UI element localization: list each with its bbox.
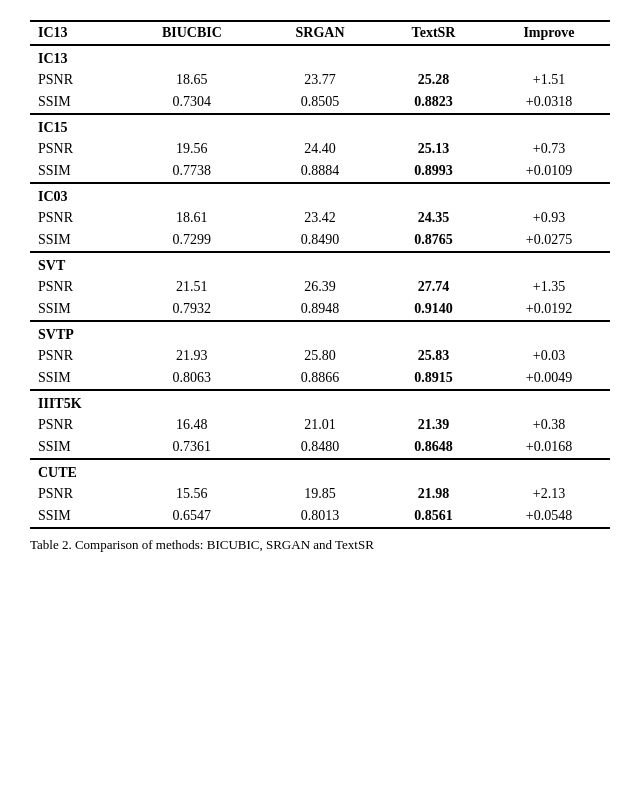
metric-label: PSNR	[30, 207, 123, 229]
improve-value: +0.03	[488, 345, 610, 367]
section-name-iiit5k: IIIT5K	[30, 390, 610, 414]
section-name-ic15: IC15	[30, 114, 610, 138]
biucbic-value: 0.6547	[123, 505, 261, 528]
section-name-svtp: SVTP	[30, 321, 610, 345]
improve-value: +0.73	[488, 138, 610, 160]
biucbic-value: 0.8063	[123, 367, 261, 390]
table-row: SSIM0.77380.88840.8993+0.0109	[30, 160, 610, 183]
section-name-svt: SVT	[30, 252, 610, 276]
textsr-value: 0.8823	[379, 91, 488, 114]
table-row: PSNR21.9325.8025.83+0.03	[30, 345, 610, 367]
improve-value: +0.93	[488, 207, 610, 229]
textsr-value: 0.8648	[379, 436, 488, 459]
textsr-value: 25.13	[379, 138, 488, 160]
improve-value: +2.13	[488, 483, 610, 505]
section-name-ic03: IC03	[30, 183, 610, 207]
textsr-value: 25.83	[379, 345, 488, 367]
table-row: SSIM0.73610.84800.8648+0.0168	[30, 436, 610, 459]
table-header-row: IC13 BIUCBIC SRGAN TextSR Improve	[30, 21, 610, 45]
header-improve: Improve	[488, 21, 610, 45]
biucbic-value: 0.7738	[123, 160, 261, 183]
table-row: SSIM0.80630.88660.8915+0.0049	[30, 367, 610, 390]
improve-value: +1.51	[488, 69, 610, 91]
section-header-iiit5k: IIIT5K	[30, 390, 610, 414]
table-row: PSNR15.5619.8521.98+2.13	[30, 483, 610, 505]
comparison-table: IC13 BIUCBIC SRGAN TextSR Improve IC13PS…	[30, 20, 610, 529]
table-row: PSNR21.5126.3927.74+1.35	[30, 276, 610, 298]
section-name-ic13: IC13	[30, 45, 610, 69]
metric-label: SSIM	[30, 436, 123, 459]
section-header-svt: SVT	[30, 252, 610, 276]
improve-value: +0.38	[488, 414, 610, 436]
biucbic-value: 0.7932	[123, 298, 261, 321]
biucbic-value: 19.56	[123, 138, 261, 160]
metric-label: SSIM	[30, 160, 123, 183]
table-caption: Table 2. Comparison of methods: BICUBIC,…	[30, 537, 610, 553]
header-srgan: SRGAN	[261, 21, 379, 45]
srgan-value: 0.8505	[261, 91, 379, 114]
biucbic-value: 18.61	[123, 207, 261, 229]
metric-label: PSNR	[30, 414, 123, 436]
improve-value: +0.0192	[488, 298, 610, 321]
metric-label: PSNR	[30, 345, 123, 367]
textsr-value: 21.39	[379, 414, 488, 436]
srgan-value: 19.85	[261, 483, 379, 505]
textsr-value: 0.8993	[379, 160, 488, 183]
section-header-ic03: IC03	[30, 183, 610, 207]
metric-label: SSIM	[30, 229, 123, 252]
metric-label: PSNR	[30, 483, 123, 505]
table-row: SSIM0.65470.80130.8561+0.0548	[30, 505, 610, 528]
header-textsr: TextSR	[379, 21, 488, 45]
improve-value: +0.0548	[488, 505, 610, 528]
biucbic-value: 21.51	[123, 276, 261, 298]
biucbic-value: 0.7304	[123, 91, 261, 114]
metric-label: SSIM	[30, 367, 123, 390]
table-row: PSNR18.6523.7725.28+1.51	[30, 69, 610, 91]
srgan-value: 0.8480	[261, 436, 379, 459]
textsr-value: 24.35	[379, 207, 488, 229]
table-row: PSNR16.4821.0121.39+0.38	[30, 414, 610, 436]
biucbic-value: 16.48	[123, 414, 261, 436]
section-header-cute: CUTE	[30, 459, 610, 483]
srgan-value: 0.8884	[261, 160, 379, 183]
improve-value: +1.35	[488, 276, 610, 298]
srgan-value: 23.42	[261, 207, 379, 229]
textsr-value: 0.8915	[379, 367, 488, 390]
section-name-cute: CUTE	[30, 459, 610, 483]
srgan-value: 0.8490	[261, 229, 379, 252]
table-row: PSNR19.5624.4025.13+0.73	[30, 138, 610, 160]
biucbic-value: 15.56	[123, 483, 261, 505]
improve-value: +0.0049	[488, 367, 610, 390]
metric-label: PSNR	[30, 69, 123, 91]
textsr-value: 0.8765	[379, 229, 488, 252]
main-container: IC13 BIUCBIC SRGAN TextSR Improve IC13PS…	[30, 20, 610, 553]
improve-value: +0.0318	[488, 91, 610, 114]
srgan-value: 0.8866	[261, 367, 379, 390]
biucbic-value: 0.7299	[123, 229, 261, 252]
srgan-value: 0.8948	[261, 298, 379, 321]
metric-label: SSIM	[30, 505, 123, 528]
improve-value: +0.0168	[488, 436, 610, 459]
srgan-value: 25.80	[261, 345, 379, 367]
textsr-value: 0.8561	[379, 505, 488, 528]
section-header-svtp: SVTP	[30, 321, 610, 345]
metric-label: SSIM	[30, 298, 123, 321]
section-header-ic13: IC13	[30, 45, 610, 69]
improve-value: +0.0275	[488, 229, 610, 252]
textsr-value: 27.74	[379, 276, 488, 298]
metric-label: PSNR	[30, 138, 123, 160]
textsr-value: 0.9140	[379, 298, 488, 321]
biucbic-value: 18.65	[123, 69, 261, 91]
table-row: SSIM0.79320.89480.9140+0.0192	[30, 298, 610, 321]
srgan-value: 23.77	[261, 69, 379, 91]
section-header-ic15: IC15	[30, 114, 610, 138]
biucbic-value: 21.93	[123, 345, 261, 367]
table-row: SSIM0.73040.85050.8823+0.0318	[30, 91, 610, 114]
textsr-value: 21.98	[379, 483, 488, 505]
srgan-value: 21.01	[261, 414, 379, 436]
biucbic-value: 0.7361	[123, 436, 261, 459]
srgan-value: 0.8013	[261, 505, 379, 528]
metric-label: PSNR	[30, 276, 123, 298]
table-row: SSIM0.72990.84900.8765+0.0275	[30, 229, 610, 252]
header-dataset: IC13	[30, 21, 123, 45]
